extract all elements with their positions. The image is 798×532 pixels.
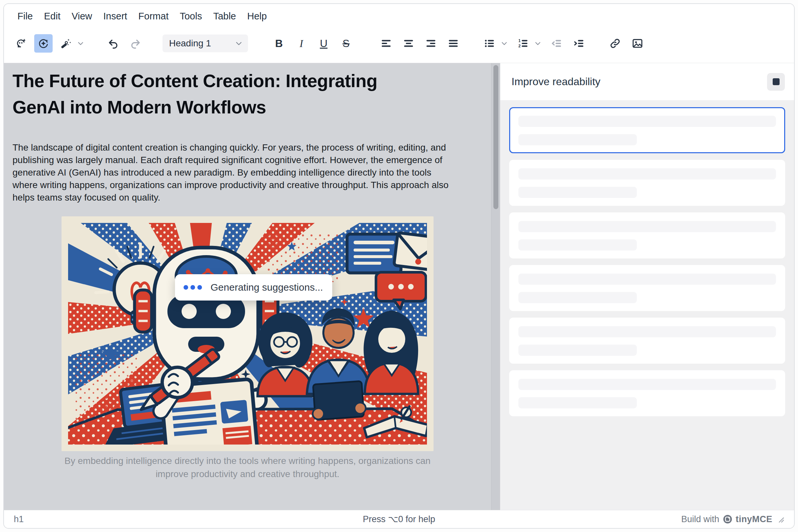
menu-item-file[interactable]: File — [12, 7, 38, 25]
tablet-in-hands — [311, 381, 366, 420]
menu-item-edit[interactable]: Edit — [38, 7, 66, 25]
numbered-list-menu-chevron[interactable] — [532, 34, 543, 53]
suggestion-skeleton-card[interactable] — [509, 160, 785, 206]
tinymce-editor-window: FileEditViewInsertFormatToolsTableHelp — [3, 3, 795, 529]
skeleton-line-short — [518, 345, 637, 356]
skeleton-line-long — [518, 326, 776, 337]
strikethrough-button[interactable]: S — [337, 34, 355, 53]
skeleton-line-short — [518, 240, 637, 250]
align-left-icon — [380, 37, 392, 49]
italic-button[interactable]: I — [292, 34, 311, 53]
undo-icon — [107, 37, 119, 49]
skeleton-line-short — [518, 292, 637, 303]
status-bar: h1 Press ⌥0 for help Build with tinyMCE — [4, 510, 794, 528]
stop-icon — [773, 78, 780, 85]
block-format-select[interactable]: Heading 1 — [163, 35, 248, 52]
suggestion-skeleton-card[interactable] — [509, 212, 785, 259]
align-center-icon — [403, 37, 414, 49]
svg-text:1: 1 — [518, 38, 521, 43]
person-woman-writing — [364, 310, 418, 394]
numbered-list-split-button: 12 — [514, 34, 543, 53]
skeleton-line-long — [518, 221, 776, 232]
align-center-button[interactable] — [399, 34, 418, 53]
bold-icon: B — [275, 37, 282, 50]
undo-button[interactable] — [104, 34, 122, 53]
bullet-list-button[interactable] — [480, 34, 499, 53]
suggestion-skeleton-card[interactable] — [509, 318, 785, 364]
link-button[interactable] — [606, 34, 624, 53]
align-justify-icon — [447, 37, 459, 49]
menu-item-help[interactable]: Help — [241, 7, 272, 25]
chevron-down-icon — [77, 40, 84, 47]
bold-button[interactable]: B — [270, 34, 288, 53]
document-image[interactable]: By embedding intelligence directly into … — [61, 216, 433, 481]
scrollbar-thumb[interactable] — [494, 65, 498, 209]
resize-grip-icon[interactable] — [777, 516, 784, 523]
magic-wand-icon — [60, 37, 72, 49]
indent-button[interactable] — [570, 34, 588, 53]
suggestion-skeleton-card-selected[interactable] — [509, 107, 785, 153]
suggestion-skeleton-card[interactable] — [509, 265, 785, 311]
screen: FileEditViewInsertFormatToolsTableHelp — [0, 0, 798, 532]
chevron-down-icon — [235, 39, 243, 48]
branding-prefix: Build with — [681, 514, 719, 525]
outdent-button[interactable] — [548, 34, 566, 53]
bullet-list-menu-chevron[interactable] — [499, 34, 510, 53]
help-shortcut-hint: Press ⌥0 for help — [363, 514, 435, 525]
editor-content-area[interactable]: The Future of Content Creation: Integrat… — [4, 63, 491, 510]
indent-icon — [573, 37, 585, 49]
menu-item-insert[interactable]: Insert — [98, 7, 133, 25]
align-right-icon — [425, 37, 437, 49]
generating-suggestions-toast: Generating suggestions... — [175, 274, 332, 301]
strikethrough-icon: S — [342, 37, 349, 50]
menu-item-view[interactable]: View — [66, 7, 98, 25]
generating-suggestions-label: Generating suggestions... — [210, 282, 323, 293]
skeleton-line-long — [518, 116, 776, 127]
block-format-value: Heading 1 — [169, 38, 211, 49]
menu-item-tools[interactable]: Tools — [174, 7, 207, 25]
bullet-list-icon — [484, 37, 495, 49]
person-woman-glasses — [258, 312, 313, 396]
tinymce-branding-link[interactable]: Build with tinyMCE — [681, 514, 772, 525]
stop-generating-button[interactable] — [767, 73, 785, 91]
numbered-list-button[interactable]: 12 — [514, 34, 532, 53]
skeleton-line-long — [518, 273, 776, 285]
ai-wand-button[interactable] — [57, 34, 75, 53]
align-right-button[interactable] — [422, 34, 440, 53]
suggestion-skeleton-card[interactable] — [509, 370, 785, 416]
numbered-list-icon: 12 — [517, 37, 529, 49]
redo-icon — [130, 37, 142, 49]
outdent-icon — [551, 37, 562, 49]
menu-item-table[interactable]: Table — [207, 7, 241, 25]
ai-improve-button[interactable] — [34, 34, 53, 53]
menu-item-format[interactable]: Format — [133, 7, 174, 25]
skeleton-line-long — [518, 379, 776, 390]
branding-name: tinyMCE — [736, 514, 773, 525]
redo-button[interactable] — [126, 34, 145, 53]
sidebar-title: Improve readability — [512, 76, 767, 88]
loading-dots-icon — [184, 285, 202, 290]
ai-sparkle-circle-icon — [37, 37, 49, 49]
chevron-down-icon — [501, 40, 508, 47]
editor-scrollbar — [491, 63, 500, 510]
editor-header: FileEditViewInsertFormatToolsTableHelp — [4, 4, 794, 63]
ai-shortcuts-split-button — [57, 34, 86, 53]
svg-text:2: 2 — [518, 44, 521, 48]
link-icon — [609, 37, 621, 49]
image-button[interactable] — [628, 34, 647, 53]
ai-wand-menu-chevron[interactable] — [75, 34, 86, 53]
document-heading[interactable]: The Future of Content Creation: Integrat… — [13, 68, 427, 120]
underline-button[interactable]: U — [314, 34, 333, 53]
menu-bar: FileEditViewInsertFormatToolsTableHelp — [12, 6, 786, 26]
document-paragraph[interactable]: The landscape of digital content creatio… — [13, 141, 453, 204]
align-justify-button[interactable] — [444, 34, 463, 53]
ai-suggestions-sidebar: Improve readability — [500, 63, 794, 510]
italic-icon: I — [300, 37, 303, 50]
chevron-down-icon — [534, 40, 541, 47]
skeleton-line-short — [518, 397, 637, 408]
ai-assistant-button[interactable] — [12, 34, 30, 53]
skeleton-line-long — [518, 168, 776, 179]
image-caption[interactable]: By embedding intelligence directly into … — [61, 454, 433, 481]
align-left-button[interactable] — [377, 34, 395, 53]
element-path[interactable]: h1 — [14, 514, 24, 525]
